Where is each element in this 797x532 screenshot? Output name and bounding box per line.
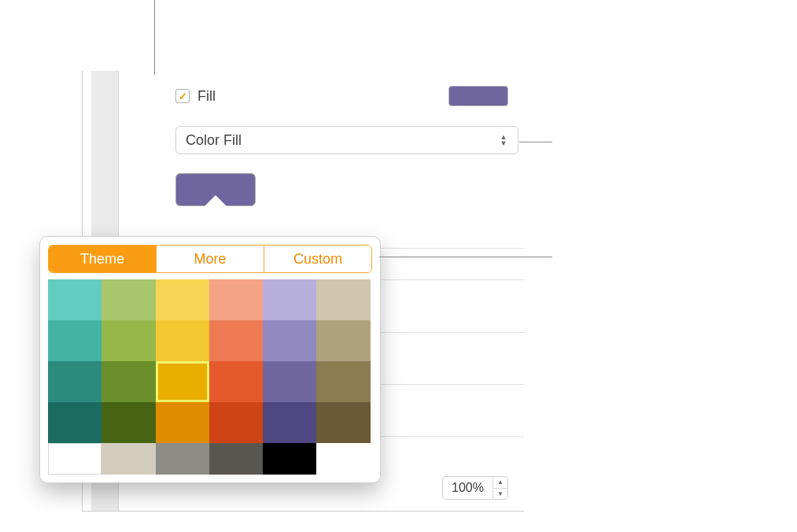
opacity-value: 100%	[443, 481, 493, 495]
color-swatch[interactable]	[101, 320, 155, 361]
color-swatch[interactable]	[316, 361, 370, 402]
popover-tabs: Theme More Custom	[48, 245, 372, 273]
stepper-buttons: ▲ ▼	[493, 477, 507, 499]
color-swatch[interactable]	[263, 320, 316, 361]
color-swatch[interactable]	[316, 320, 370, 361]
color-swatch[interactable]	[156, 361, 209, 402]
fill-type-value: Color Fill	[186, 132, 242, 149]
color-swatch[interactable]	[48, 402, 101, 443]
theme-color-grid	[48, 279, 371, 475]
stepper-down[interactable]: ▼	[493, 489, 507, 500]
fill-color-well[interactable]	[175, 173, 256, 206]
color-swatch[interactable]	[101, 402, 155, 443]
fill-preview-swatch[interactable]	[448, 86, 508, 106]
color-swatch[interactable]	[156, 279, 209, 320]
color-swatch[interactable]	[48, 320, 101, 361]
color-swatch[interactable]	[48, 361, 101, 402]
opacity-stepper[interactable]: 100% ▲ ▼	[442, 476, 508, 500]
color-picker-popover: Theme More Custom	[39, 236, 381, 483]
callout-leader	[154, 0, 155, 75]
color-swatch[interactable]	[209, 320, 263, 361]
callout-leader	[379, 257, 552, 257]
color-swatch[interactable]	[48, 279, 101, 320]
fill-type-dropdown[interactable]: Color Fill ▲▼	[175, 126, 518, 154]
color-swatch[interactable]	[101, 279, 155, 320]
tab-theme[interactable]: Theme	[49, 246, 157, 272]
fill-row: ✓ Fill	[175, 85, 508, 107]
color-swatch[interactable]	[209, 443, 263, 475]
callout-leader	[519, 142, 552, 142]
color-swatch[interactable]	[263, 361, 316, 402]
color-swatch[interactable]	[316, 402, 370, 443]
stepper-up[interactable]: ▲	[493, 477, 507, 489]
color-swatch[interactable]	[156, 320, 209, 361]
updown-icon: ▲▼	[499, 133, 508, 147]
color-swatch[interactable]	[263, 279, 316, 320]
fill-label: Fill	[197, 88, 216, 105]
tab-custom[interactable]: Custom	[264, 246, 371, 272]
color-swatch[interactable]	[263, 402, 316, 443]
color-swatch[interactable]	[156, 402, 209, 443]
color-swatch[interactable]	[101, 443, 155, 475]
fill-checkbox[interactable]: ✓	[175, 89, 190, 103]
color-swatch[interactable]	[101, 361, 155, 402]
color-swatch[interactable]	[48, 443, 101, 475]
color-swatch[interactable]	[209, 402, 263, 443]
color-swatch[interactable]	[263, 443, 316, 475]
color-swatch[interactable]	[209, 279, 263, 320]
color-swatch[interactable]	[316, 279, 370, 320]
color-swatch[interactable]	[209, 361, 263, 402]
check-icon: ✓	[179, 91, 187, 102]
color-swatch[interactable]	[156, 443, 209, 475]
tab-more[interactable]: More	[157, 246, 264, 272]
